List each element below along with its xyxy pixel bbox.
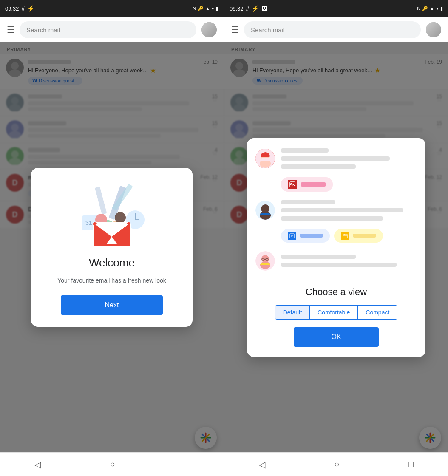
tab-compact[interactable]: Compact [357,306,397,319]
right-app-bar: ☰ Search mail [224,17,448,42]
hamburger-menu-icon[interactable]: ☰ [7,25,14,35]
welcome-modal: 31 [31,168,193,327]
next-button[interactable]: Next [61,295,163,315]
welcome-modal-body: 31 [31,168,193,327]
messenger-icon: ⚡ [27,5,34,12]
tab-comfortable[interactable]: Comfortable [309,306,357,319]
doc-chip-icon [288,232,296,240]
svg-rect-14 [95,187,107,215]
right-user-avatar[interactable] [426,22,441,37]
left-status-bar: 09:32 # ⚡ N 🔑 ▲ ▾ ▮ [0,0,224,17]
view-row-4 [255,229,417,243]
left-email-list: PRIMARY Feb. 19 Hi Everyone, Hope you've… [0,42,224,452]
image-chip [281,177,333,192]
right-email-list: PRIMARY Feb. 19 Hi Everyone, Hope you've… [224,42,448,452]
right-search-bar[interactable]: Search mail [244,21,421,38]
slack-icon: # [22,5,25,12]
tab-default[interactable]: Default [275,306,309,319]
view-lines-1 [281,148,417,169]
nfc-icon: N [193,6,196,11]
calendar-chip-label [353,234,376,238]
right-nfc-icon: N [417,6,420,11]
home-button[interactable]: ○ [99,456,125,473]
signal-icon: ▲ [205,6,210,11]
calendar-chip [334,229,383,243]
view-row-5 [255,251,417,271]
choose-view-modal: Choose a view Default Comfortable Compac… [247,138,425,357]
right-key-icon: 🔑 [422,6,428,11]
right-slack-icon: # [246,5,250,12]
view-row-1 [255,148,417,169]
svg-rect-51 [343,234,347,238]
view-lines-3 [281,200,417,221]
gmail-illustration: 31 [69,181,154,249]
welcome-illustration-svg: 31 [69,181,154,249]
svg-text:31: 31 [85,219,92,226]
left-time: 09:32 [5,6,19,12]
right-status-left: 09:32 # ⚡ 🖼 [230,5,267,12]
view-row-3 [255,200,417,221]
wifi-icon: ▾ [212,6,214,11]
recent-button[interactable]: □ [174,456,199,473]
left-search-placeholder: Search mail [26,26,60,34]
welcome-subtitle: Your favourite email has a fresh new loo… [57,276,166,285]
right-wifi-icon: ▾ [436,6,439,11]
right-nav-bar: ◁ ○ □ [224,452,448,476]
right-signal-icon: ▲ [430,6,434,11]
view-modal-bottom: Choose a view Default Comfortable Compac… [247,278,425,357]
status-time-left: 09:32 # ⚡ [5,5,34,12]
right-status-bar: 09:32 # ⚡ 🖼 N 🔑 ▲ ▾ ▮ [224,0,448,17]
view-lines-5 [281,255,417,267]
right-time: 09:32 [230,6,244,12]
ok-button[interactable]: OK [294,327,379,347]
welcome-title: Welcome [89,256,135,269]
calendar-chip-icon [341,232,349,240]
status-icons-right: N 🔑 ▲ ▾ ▮ [193,6,218,11]
right-gallery-icon: 🖼 [261,5,267,12]
view-modal-top [247,138,425,278]
right-phone-panel: 09:32 # ⚡ 🖼 N 🔑 ▲ ▾ ▮ ☰ Search mail PRIM… [224,0,448,476]
choose-view-title: Choose a view [306,286,367,298]
view-tabs[interactable]: Default Comfortable Compact [275,305,398,320]
view-avatar-glasses [255,251,275,271]
left-search-bar[interactable]: Search mail [20,21,196,38]
left-app-bar: ☰ Search mail [0,17,224,42]
image-chip-label [301,182,326,187]
image-chip-icon [288,180,297,189]
left-nav-bar: ◁ ○ □ [0,452,224,476]
back-button[interactable]: ◁ [24,456,51,473]
view-avatar-dark [255,201,275,220]
right-home-button[interactable]: ○ [324,456,349,473]
right-hamburger-icon[interactable]: ☰ [231,25,239,35]
svg-point-43 [291,183,292,184]
right-modal-overlay: Choose a view Default Comfortable Compac… [224,42,448,452]
svg-point-23 [115,212,126,223]
key-icon: 🔑 [198,6,204,11]
right-battery-icon: ▮ [440,6,443,11]
left-phone-panel: 09:32 # ⚡ N 🔑 ▲ ▾ ▮ ☰ Search mail PRIMAR… [0,0,224,476]
left-modal-overlay: 31 [0,42,224,452]
right-search-placeholder: Search mail [251,26,284,34]
right-status-right: N 🔑 ▲ ▾ ▮ [417,6,443,11]
view-avatar-red [255,149,275,168]
view-row-2 [255,177,417,192]
right-recent-button[interactable]: □ [398,456,424,473]
doc-chip-label [300,234,323,238]
left-user-avatar[interactable] [201,22,217,37]
right-messenger-icon: ⚡ [252,5,259,12]
right-back-button[interactable]: ◁ [249,456,275,473]
doc-chip [281,229,330,243]
battery-icon: ▮ [216,6,218,11]
